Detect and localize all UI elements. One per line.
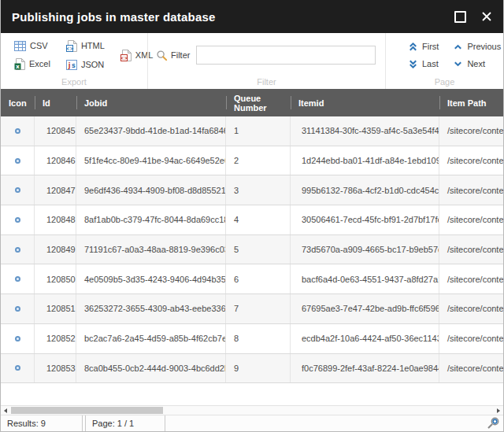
maximize-button[interactable]: [450, 6, 470, 27]
cell-queue-number: 9: [226, 354, 291, 383]
cell-icon: [1, 146, 35, 175]
job-status-icon: [15, 365, 20, 371]
page-next-label: Next: [467, 59, 485, 68]
filter-label: Filter: [171, 50, 190, 60]
svg-text:<>: <>: [120, 54, 128, 61]
cell-id: 120846: [35, 146, 76, 175]
cell-id: 120853: [35, 354, 76, 383]
jobs-table: Icon Id Jobid Queue Number Itemid Item P…: [1, 89, 503, 405]
svg-text:<>: <>: [66, 45, 74, 51]
cell-itemid: f0c76899-2fef-43af-8224-1e0ae984431c: [291, 354, 439, 383]
close-button[interactable]: [476, 6, 497, 27]
table-row[interactable]: 1208465f1fe4cc-80e9-41be-94ac-6649e52e6a…: [1, 146, 503, 176]
cell-item-path: /sitecore/content/W: [439, 205, 503, 234]
table-row[interactable]: 1208504e0509b5-3d35-4243-9406-4d94b356ca…: [1, 264, 503, 294]
scroll-right-arrow-icon: [495, 408, 502, 414]
status-bar: Results: 9 Page: 1 / 1: [1, 415, 503, 431]
cell-id: 120849: [35, 235, 76, 264]
column-header-icon[interactable]: Icon: [1, 89, 35, 116]
job-status-icon: [15, 128, 20, 134]
close-icon: [481, 11, 492, 22]
table-row[interactable]: 120852bc2ac7a6-2a45-4d59-a85b-4f62cb7e72…: [1, 324, 503, 354]
cell-id: 120851: [35, 294, 76, 323]
filter-input[interactable]: [196, 46, 376, 65]
column-header-item-path[interactable]: Item Path: [439, 89, 503, 116]
cell-itemid: 67695ae3-7e47-42be-ad9b-ffc6f596d567: [291, 294, 439, 323]
job-status-icon: [15, 247, 20, 253]
export-json-button[interactable]: js JSON: [65, 58, 106, 72]
table-row[interactable]: 1208488af1ab0b-c379-47fc-8044-8da69cc186…: [1, 205, 503, 235]
export-csv-label: CSV: [30, 41, 48, 50]
cell-queue-number: 5: [226, 235, 291, 264]
cell-icon: [1, 324, 35, 353]
page-group: First Last Previous Next: [386, 33, 503, 89]
column-header-queue-number[interactable]: Queue Number: [226, 89, 291, 116]
cell-queue-number: 8: [226, 324, 291, 353]
scroll-track[interactable]: [10, 406, 494, 415]
export-html-button[interactable]: <> HTML: [65, 39, 106, 53]
page-next-button[interactable]: Next: [451, 58, 502, 70]
table-row[interactable]: 12085136253272-3655-4309-ab43-eebe3363be…: [1, 294, 503, 324]
job-status-icon: [15, 217, 20, 223]
cell-queue-number: 6: [226, 264, 291, 294]
cell-jobid: 8ca0b455-0cb2-444d-9003-4bc6dd2ba23e: [76, 354, 226, 383]
column-header-jobid[interactable]: Jobid: [76, 89, 226, 116]
window-controls: [450, 6, 497, 27]
column-header-id[interactable]: Id: [35, 89, 76, 116]
export-excel-button[interactable]: x Excel: [13, 57, 52, 71]
cell-jobid: 4e0509b5-3d35-4243-9406-4d94b356ca02: [76, 264, 226, 294]
double-chevron-down-icon: [408, 59, 418, 69]
cell-item-path: /sitecore/content/W: [439, 146, 503, 175]
cell-itemid: ecdb4a2f-10a6-4424-af50-36ec11438c42: [291, 324, 439, 353]
scroll-thumb[interactable]: [11, 407, 163, 414]
window-title: Publishing jobs in master database: [12, 10, 216, 24]
export-csv-button[interactable]: CSV: [13, 40, 52, 52]
filter-group: Filter Filter: [147, 33, 386, 89]
table-row[interactable]: 1208479e6df436-4934-4909-bf08-d8d855216d…: [1, 175, 503, 205]
cell-itemid: 73d5670a-a909-4665-bc17-b9eb57db653a: [291, 235, 439, 264]
maximize-icon: [454, 11, 466, 23]
csv-file-icon: [14, 41, 26, 51]
cell-itemid: 30506461-7ecd-45fc-bf91-2d7bf17fe27e: [291, 205, 439, 234]
search-icon: [156, 50, 168, 61]
page-group-caption: Page: [386, 77, 503, 89]
cell-jobid: 9e6df436-4934-4909-bf08-d8d855216d17: [76, 175, 226, 205]
cell-item-path: /sitecore/content/W: [439, 235, 503, 264]
cell-item-path: /sitecore/content/W: [439, 354, 503, 383]
table-row[interactable]: 12084971191c67-a0a3-48aa-8819-9e396c03d7…: [1, 235, 503, 265]
table-header: Icon Id Jobid Queue Number Itemid Item P…: [1, 89, 503, 116]
double-chevron-up-icon: [408, 42, 418, 52]
svg-text:x: x: [16, 63, 20, 70]
cell-icon: [1, 264, 35, 294]
column-header-itemid[interactable]: Itemid: [291, 89, 439, 116]
zoom-grip-icon: [487, 415, 500, 431]
scroll-left-button[interactable]: [1, 406, 10, 415]
cell-queue-number: 2: [226, 146, 291, 175]
results-count: Results: 9: [1, 415, 83, 431]
page-previous-button[interactable]: Previous: [451, 41, 502, 53]
scroll-right-button[interactable]: [494, 406, 503, 415]
cell-id: 120848: [35, 205, 76, 234]
page-last-button[interactable]: Last: [406, 58, 440, 70]
excel-file-icon: x: [14, 58, 25, 70]
job-status-icon: [15, 276, 20, 282]
cell-icon: [1, 235, 35, 264]
cell-item-path: /sitecore/content/W: [439, 294, 503, 323]
table-row[interactable]: 1208538ca0b455-0cb2-444d-9003-4bc6dd2ba2…: [1, 354, 503, 384]
page-first-button[interactable]: First: [406, 41, 440, 53]
page-first-label: First: [422, 42, 439, 51]
job-status-icon: [15, 336, 20, 342]
chevron-up-icon: [453, 42, 463, 52]
cell-queue-number: 3: [226, 175, 291, 205]
horizontal-scrollbar[interactable]: [1, 405, 503, 415]
job-status-icon: [15, 187, 20, 193]
cell-jobid: 71191c67-a0a3-48aa-8819-9e396c03d7c0: [76, 235, 226, 264]
export-excel-label: Excel: [29, 59, 50, 68]
scroll-left-arrow-icon: [2, 408, 9, 414]
xml-file-icon: <>: [120, 50, 132, 61]
export-html-label: HTML: [81, 41, 105, 50]
cell-jobid: 65e23437-9bdd-41de-b1ad-14fa6846d3ac: [76, 116, 226, 146]
svg-text:j: j: [68, 62, 71, 69]
table-row[interactable]: 12084565e23437-9bdd-41de-b1ad-14fa6846d3…: [1, 116, 503, 146]
export-group: CSV x Excel <> HTML js JSON: [1, 33, 147, 89]
